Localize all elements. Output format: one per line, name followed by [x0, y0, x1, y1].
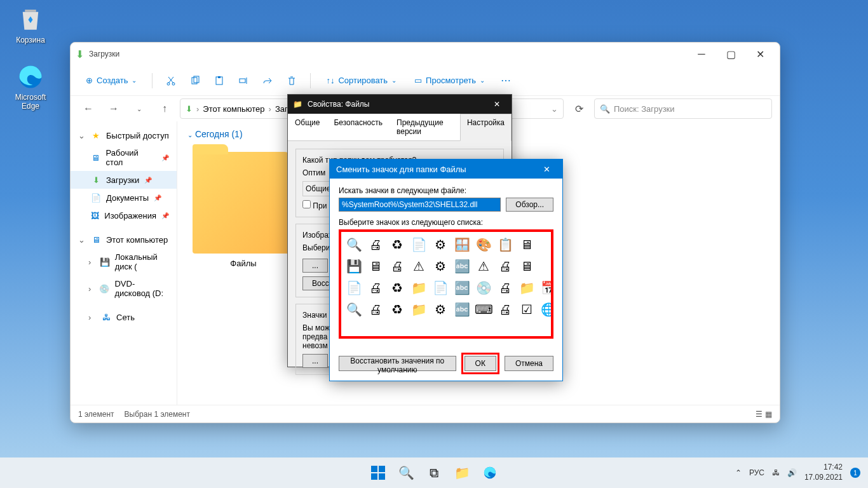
tab-previous[interactable]: Предыдущие версии	[390, 114, 460, 140]
create-button[interactable]: ⊕ Создать ⌄	[78, 69, 144, 92]
icon-option[interactable]: ⚠	[409, 256, 429, 276]
icon-option[interactable]: 🖨	[365, 299, 386, 320]
edge-taskbar-icon[interactable]	[477, 460, 503, 485]
start-button[interactable]	[365, 460, 391, 485]
icon-option[interactable]: 🪟	[452, 234, 472, 255]
properties-titlebar[interactable]: 📁 Свойства: Файлы ✕	[288, 95, 512, 114]
icon-option[interactable]: 🔤	[452, 278, 472, 298]
desktop-icon-edge[interactable]: Microsoft Edge	[6, 64, 55, 111]
notification-badge[interactable]: 1	[850, 468, 860, 478]
search-box[interactable]: 🔍 Поиск: Загрузки	[594, 98, 772, 119]
close-button[interactable]: ✕	[487, 100, 506, 109]
rename-button[interactable]	[233, 70, 254, 92]
paste-button[interactable]	[208, 70, 230, 92]
change-icon-titlebar[interactable]: Сменить значок для папки Файлы ✕	[330, 159, 562, 179]
icon-option[interactable]: 📁	[517, 278, 537, 298]
details-view-icon[interactable]: ☰	[756, 410, 763, 419]
desktop-icon-recycle-bin[interactable]: Корзина	[6, 6, 55, 44]
icon-option[interactable]: 📋	[495, 234, 515, 255]
ok-button[interactable]: ОК	[465, 356, 496, 371]
icon-option[interactable]: ⌨	[473, 299, 494, 320]
icon-option[interactable]: 🖥	[517, 256, 537, 276]
icon-option[interactable]: 🖨	[495, 256, 515, 276]
close-button[interactable]: ✕	[745, 44, 775, 64]
breadcrumb-root[interactable]: Этот компьютер	[203, 104, 264, 114]
icon-option[interactable]: 📅	[538, 278, 553, 298]
icon-option[interactable]: 🔤	[452, 256, 472, 276]
icon-option[interactable]: ⚠	[473, 256, 494, 276]
apply-subfolders-checkbox[interactable]: При	[302, 201, 327, 210]
icon-option[interactable]: ⚙	[430, 256, 451, 276]
minimize-button[interactable]: ─	[687, 44, 716, 64]
back-button[interactable]: ←	[78, 98, 98, 119]
icon-option[interactable]: ♻	[387, 234, 407, 255]
icon-option[interactable]: 💿	[473, 278, 494, 298]
cut-button[interactable]	[160, 70, 182, 92]
network-icon[interactable]: 🖧	[772, 468, 780, 477]
search-button[interactable]: 🔍	[393, 460, 419, 485]
sort-button[interactable]: ↑↓ Сортировать ⌄	[318, 69, 404, 92]
sidebar-pictures[interactable]: 🖼 Изображения 📌	[71, 207, 177, 224]
change-icon-button[interactable]: ...	[302, 354, 328, 368]
icon-option[interactable]: 🖨	[495, 278, 515, 298]
share-button[interactable]	[257, 70, 278, 92]
copy-button[interactable]	[184, 70, 206, 92]
delete-button[interactable]	[281, 70, 302, 92]
more-button[interactable]: ⋯	[495, 70, 517, 92]
icon-option[interactable]: 🖥	[365, 256, 386, 276]
icon-option[interactable]: 🎨	[473, 234, 494, 255]
icon-option[interactable]: 🖨	[387, 256, 407, 276]
recent-dropdown[interactable]: ⌄	[129, 98, 149, 119]
forward-button[interactable]: →	[104, 98, 124, 119]
sidebar-local-disk[interactable]: › 💾 Локальный диск (	[71, 248, 177, 275]
clock[interactable]: 17:42 17.09.2021	[804, 463, 843, 482]
icon-option[interactable]: ⚙	[430, 299, 451, 320]
icon-option[interactable]: 💾	[344, 256, 364, 276]
icon-option[interactable]: 📄	[430, 278, 451, 298]
icon-option[interactable]: 🖨	[365, 234, 386, 255]
icon-option[interactable]: ♻	[387, 278, 407, 298]
volume-icon[interactable]: 🔊	[787, 468, 797, 477]
tab-general[interactable]: Общие	[288, 114, 327, 140]
sidebar-dvd[interactable]: › 💿 DVD-дисковод (D:	[71, 275, 177, 302]
icon-option[interactable]: 🌐	[538, 299, 553, 320]
view-button[interactable]: ▭ Просмотреть ⌄	[407, 69, 492, 92]
icon-option[interactable]: 📄	[344, 278, 364, 298]
icon-option[interactable]: 🔍	[344, 299, 364, 320]
tiles-view-icon[interactable]: ▦	[765, 410, 772, 419]
icon-option[interactable]: 🖨	[495, 299, 515, 320]
icon-option[interactable]: 🖥	[517, 234, 537, 255]
sidebar-downloads[interactable]: ⬇ Загрузки 📌	[71, 171, 177, 189]
icon-option[interactable]: 🖨	[365, 278, 386, 298]
sidebar-documents[interactable]: 📄 Документы 📌	[71, 189, 177, 207]
icon-option[interactable]	[538, 256, 553, 276]
maximize-button[interactable]: ▢	[716, 44, 745, 64]
folder-item-files[interactable]: Файлы	[187, 147, 299, 273]
sidebar-network[interactable]: › 🖧 Сеть	[71, 308, 177, 326]
restore-defaults-button[interactable]: Восстановить значения по умолчанию	[339, 356, 456, 371]
icon-option[interactable]: 📁	[409, 278, 429, 298]
chevron-down-icon[interactable]: ⌄	[551, 104, 558, 114]
close-button[interactable]: ✕	[537, 165, 556, 174]
icon-option[interactable]: 🔍	[344, 234, 364, 255]
icon-option[interactable]: ☑	[517, 299, 537, 320]
task-view-button[interactable]: ⧉	[421, 460, 447, 485]
sidebar-desktop[interactable]: 🖥 Рабочий стол 📌	[71, 144, 177, 171]
icon-option[interactable]: ⚙	[430, 234, 451, 255]
icon-path-input[interactable]	[339, 198, 501, 212]
icon-option[interactable]: 📄	[409, 234, 429, 255]
icon-option[interactable]: 📁	[409, 299, 429, 320]
icon-option[interactable]	[538, 234, 553, 255]
icon-option[interactable]: ♻	[387, 299, 407, 320]
explorer-taskbar-icon[interactable]: 📁	[449, 460, 475, 485]
tab-security[interactable]: Безопасность	[327, 114, 390, 140]
language-indicator[interactable]: РУС	[749, 468, 764, 477]
cancel-button[interactable]: Отмена	[505, 356, 553, 371]
sidebar-this-pc[interactable]: ⌄ 🖥 Этот компьютер	[71, 231, 177, 248]
tray-chevron-icon[interactable]: ⌃	[735, 468, 742, 477]
icon-option[interactable]: 🔤	[452, 299, 472, 320]
select-file-button[interactable]: ...	[302, 259, 328, 273]
tab-settings[interactable]: Настройка	[460, 114, 512, 141]
up-button[interactable]: ↑	[154, 98, 175, 119]
refresh-button[interactable]: ⟳	[569, 98, 589, 119]
